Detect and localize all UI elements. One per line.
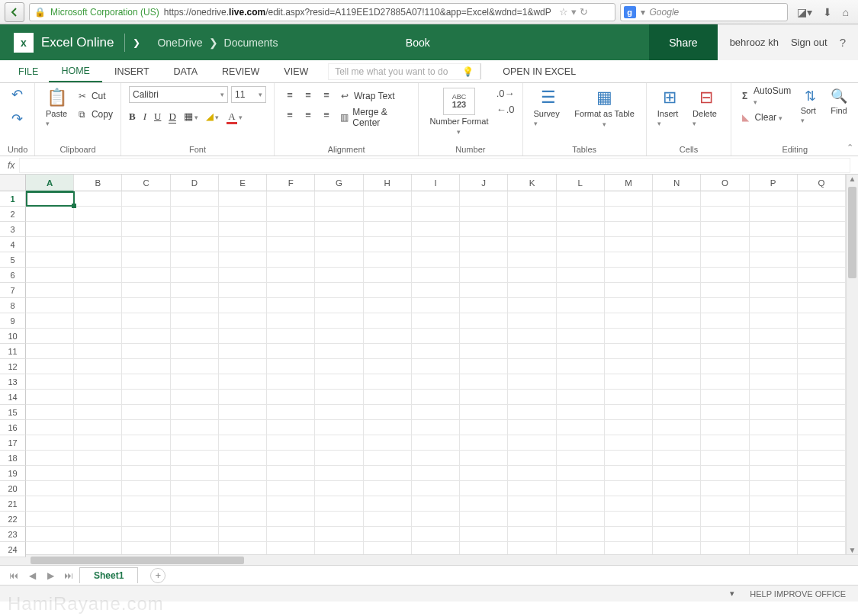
cell[interactable] <box>171 542 219 554</box>
cell[interactable] <box>508 359 556 374</box>
cell[interactable] <box>364 313 412 329</box>
cell[interactable] <box>653 252 701 268</box>
cell[interactable] <box>701 374 749 390</box>
cell[interactable] <box>267 481 315 496</box>
tab-data[interactable]: DATA <box>162 60 210 82</box>
cell[interactable] <box>605 374 653 390</box>
cell[interactable] <box>750 390 798 405</box>
cell[interactable] <box>653 298 701 313</box>
cell[interactable] <box>508 268 556 283</box>
underline-button[interactable]: U <box>154 111 161 123</box>
cell[interactable] <box>653 451 701 466</box>
cell[interactable] <box>653 496 701 512</box>
cell[interactable] <box>750 405 798 420</box>
cell[interactable] <box>701 512 749 527</box>
cell[interactable] <box>26 390 74 405</box>
cell[interactable] <box>750 237 798 252</box>
merge-center-button[interactable]: ▥Merge & Center <box>339 109 410 126</box>
cell[interactable] <box>750 283 798 298</box>
formula-input[interactable] <box>19 158 850 173</box>
cell[interactable] <box>605 344 653 359</box>
cell[interactable] <box>267 344 315 359</box>
cell[interactable] <box>798 512 846 527</box>
cell[interactable] <box>219 222 267 237</box>
address-bar[interactable]: 🔒 Microsoft Corporation (US) https://one… <box>29 3 615 21</box>
cell[interactable] <box>508 313 556 329</box>
cell[interactable] <box>267 268 315 283</box>
cell[interactable] <box>605 466 653 481</box>
cell[interactable] <box>653 222 701 237</box>
cell[interactable] <box>315 222 363 237</box>
collapse-ribbon-icon[interactable]: ⌃ <box>847 143 853 152</box>
row-header-20[interactable]: 20 <box>0 481 26 496</box>
cell[interactable] <box>460 405 508 420</box>
cut-button[interactable]: ✂Cut <box>76 88 113 104</box>
cell[interactable] <box>364 222 412 237</box>
cell[interactable] <box>267 542 315 554</box>
cell[interactable] <box>605 283 653 298</box>
cell[interactable] <box>364 359 412 374</box>
cell[interactable] <box>653 313 701 329</box>
font-color-button[interactable]: A <box>227 111 243 123</box>
cell[interactable] <box>315 283 363 298</box>
cell[interactable] <box>26 283 74 298</box>
cell[interactable] <box>412 298 460 313</box>
cell[interactable] <box>412 435 460 451</box>
cell[interactable] <box>219 435 267 451</box>
cell[interactable] <box>798 435 846 451</box>
cell[interactable] <box>412 252 460 268</box>
cell[interactable] <box>74 481 122 496</box>
cell[interactable] <box>605 390 653 405</box>
cell[interactable] <box>653 268 701 283</box>
cell[interactable] <box>364 374 412 390</box>
cell[interactable] <box>74 359 122 374</box>
increase-decimal-button[interactable]: .0→ <box>496 88 515 99</box>
cell[interactable] <box>26 481 74 496</box>
cell[interactable] <box>557 481 605 496</box>
cell[interactable] <box>701 191 749 207</box>
align-middle-button[interactable]: ≡ <box>300 86 316 103</box>
cell[interactable] <box>219 237 267 252</box>
cell[interactable] <box>171 252 219 268</box>
cell[interactable] <box>557 252 605 268</box>
cell[interactable] <box>508 191 556 207</box>
cell[interactable] <box>122 222 170 237</box>
cell[interactable] <box>605 405 653 420</box>
cell[interactable] <box>701 237 749 252</box>
cell[interactable] <box>171 435 219 451</box>
cell[interactable] <box>171 466 219 481</box>
cell[interactable] <box>750 496 798 512</box>
cell[interactable] <box>219 542 267 554</box>
cell[interactable] <box>315 268 363 283</box>
cell[interactable] <box>798 496 846 512</box>
cell[interactable] <box>557 451 605 466</box>
help-improve-link[interactable]: HELP IMPROVE OFFICE <box>750 589 846 598</box>
cell[interactable] <box>653 329 701 344</box>
row-header-8[interactable]: 8 <box>0 298 26 313</box>
cell[interactable] <box>557 268 605 283</box>
cell[interactable] <box>74 313 122 329</box>
cell[interactable] <box>364 283 412 298</box>
cell[interactable] <box>508 222 556 237</box>
cell[interactable] <box>171 390 219 405</box>
cell[interactable] <box>26 252 74 268</box>
cell[interactable] <box>315 390 363 405</box>
col-header-C[interactable]: C <box>122 175 170 191</box>
row-header-17[interactable]: 17 <box>0 435 26 451</box>
cell[interactable] <box>557 512 605 527</box>
row-header-21[interactable]: 21 <box>0 496 26 512</box>
cell[interactable] <box>364 329 412 344</box>
align-bottom-button[interactable]: ≡ <box>319 86 334 103</box>
cell[interactable] <box>267 222 315 237</box>
cell[interactable] <box>605 496 653 512</box>
cell[interactable] <box>653 527 701 542</box>
cell[interactable] <box>219 466 267 481</box>
cell[interactable] <box>750 252 798 268</box>
cell[interactable] <box>605 512 653 527</box>
cell[interactable] <box>653 466 701 481</box>
col-header-A[interactable]: A <box>26 175 74 191</box>
cell[interactable] <box>508 542 556 554</box>
app-menu-chevron-icon[interactable]: ❯ <box>125 37 148 48</box>
cell[interactable] <box>219 191 267 207</box>
cell[interactable] <box>460 298 508 313</box>
